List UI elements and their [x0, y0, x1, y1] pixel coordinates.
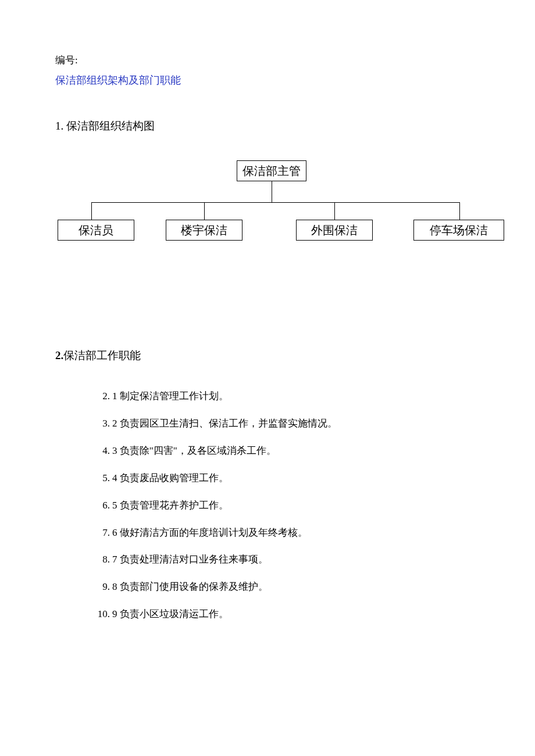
org-child-2: 外围保洁 — [296, 220, 373, 241]
document-page: 编号: 保洁部组织架构及部门职能 1. 保洁部组织结构图 保洁部主管 保洁员 楼… — [0, 0, 535, 623]
list-item: 3. 2 负责园区卫生清扫、保洁工作，并监督实施情况。 — [84, 415, 480, 432]
list-item: 2. 1 制定保洁管理工作计划。 — [84, 388, 480, 405]
list-text: 4 负责废品收购管理工作。 — [112, 470, 480, 487]
org-line — [459, 202, 460, 220]
list-item: 9. 8 负责部门使用设备的保养及维护。 — [84, 579, 480, 596]
duty-list: 2. 1 制定保洁管理工作计划。 3. 2 负责园区卫生清扫、保洁工作，并监督实… — [55, 388, 480, 623]
section-2-number: 2. — [55, 349, 63, 361]
org-child-3: 停车场保洁 — [413, 220, 504, 241]
org-line — [334, 202, 335, 220]
list-text: 2 负责园区卫生清扫、保洁工作，并监督实施情况。 — [112, 415, 480, 432]
list-text: 5 负责管理花卉养护工作。 — [112, 497, 480, 514]
doc-title-link[interactable]: 保洁部组织架构及部门职能 — [55, 71, 181, 89]
list-item: 7. 6 做好清洁方面的年度培训计划及年终考核。 — [84, 525, 480, 542]
list-text: 8 负责部门使用设备的保养及维护。 — [112, 579, 480, 596]
list-number: 4. — [84, 443, 112, 460]
org-child-0: 保洁员 — [58, 220, 134, 241]
list-number: 8. — [84, 551, 112, 568]
list-item: 8. 7 负责处理清洁对口业务往来事项。 — [84, 551, 480, 568]
list-item: 6. 5 负责管理花卉养护工作。 — [84, 497, 480, 514]
list-number: 9. — [84, 579, 112, 596]
list-number: 3. — [84, 415, 112, 432]
section-2-title: 保洁部工作职能 — [63, 349, 141, 361]
doc-number-label: 编号: — [55, 52, 480, 69]
org-line — [91, 202, 92, 220]
list-item: 10. 9 负责小区垃圾清运工作。 — [84, 606, 480, 623]
list-item: 5. 4 负责废品收购管理工作。 — [84, 470, 480, 487]
section-1-heading: 1. 保洁部组织结构图 — [55, 117, 480, 135]
org-chart: 保洁部主管 保洁员 楼宇保洁 外围保洁 停车场保洁 — [55, 160, 480, 259]
list-number: 5. — [84, 470, 112, 487]
list-text: 6 做好清洁方面的年度培训计划及年终考核。 — [112, 525, 480, 542]
org-line — [272, 181, 272, 202]
list-number: 7. — [84, 525, 112, 542]
list-text: 9 负责小区垃圾清运工作。 — [112, 606, 480, 623]
list-number: 2. — [84, 388, 112, 405]
list-item: 4. 3 负责除"四害"，及各区域消杀工作。 — [84, 443, 480, 460]
org-root: 保洁部主管 — [237, 160, 306, 181]
section-2-heading: 2.保洁部工作职能 — [55, 346, 480, 365]
list-number: 6. — [84, 497, 112, 514]
org-child-1: 楼宇保洁 — [166, 220, 242, 241]
org-line — [91, 202, 460, 203]
org-line — [204, 202, 205, 220]
list-number: 10. — [84, 606, 112, 623]
list-text: 3 负责除"四害"，及各区域消杀工作。 — [112, 443, 480, 460]
list-text: 7 负责处理清洁对口业务往来事项。 — [112, 551, 480, 568]
list-text: 1 制定保洁管理工作计划。 — [112, 388, 480, 405]
